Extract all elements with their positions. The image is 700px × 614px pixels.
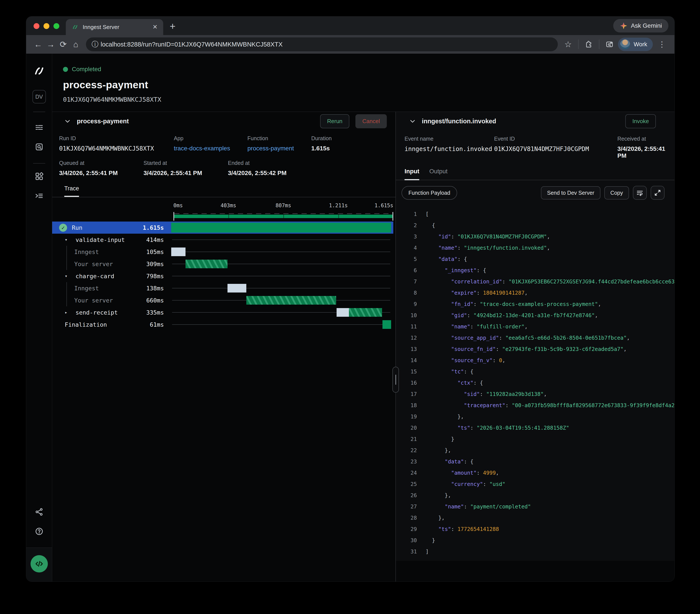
line-number: 10 xyxy=(396,312,417,319)
trace-row-send-receipt[interactable]: ▸send-receipt335ms xyxy=(52,306,393,319)
code-text: "ts": 1772654141288 xyxy=(426,526,499,532)
payload-code-editor[interactable]: 1[2 {3 "id": "01KJX6Q7V81N4DMZ7HFJ0CGPDM… xyxy=(396,204,674,561)
status-dot-icon xyxy=(63,67,68,72)
cancel-button[interactable]: Cancel xyxy=(355,114,387,128)
queued-at-label: Queued at xyxy=(59,160,143,166)
collapse-chevron-icon[interactable] xyxy=(409,118,416,124)
line-number: 14 xyxy=(396,357,417,363)
share-icon[interactable] xyxy=(32,505,46,519)
panel-resize-handle[interactable] xyxy=(392,367,399,393)
copy-button[interactable]: Copy xyxy=(604,186,629,200)
sidebar-item-dev-console[interactable] xyxy=(32,189,46,203)
new-tab-button[interactable]: + xyxy=(170,20,176,32)
window-zoom-button[interactable] xyxy=(53,23,59,29)
line-number: 1 xyxy=(396,211,417,217)
line-number: 28 xyxy=(396,515,417,521)
collapse-chevron-icon[interactable] xyxy=(64,118,71,124)
tab-close-icon[interactable]: ✕ xyxy=(153,24,158,30)
workspace-badge[interactable]: DV xyxy=(33,90,46,103)
trace-row-inngest[interactable]: Inngest138ms xyxy=(52,282,393,294)
site-info-icon[interactable]: ⓘ xyxy=(89,40,101,49)
tab-input[interactable]: Input xyxy=(404,168,419,180)
chevron-collapsed-icon[interactable]: ▸ xyxy=(65,310,70,315)
trace-row-baseline xyxy=(172,276,390,276)
bookmark-star-icon[interactable]: ☆ xyxy=(562,38,574,51)
trace-bar-segment xyxy=(171,222,391,233)
send-to-dev-server-button[interactable]: Send to Dev Server xyxy=(541,186,600,200)
line-number: 8 xyxy=(396,290,417,296)
trace-row-finalization[interactable]: Finalization61ms xyxy=(52,319,393,331)
function-link[interactable]: process-payment xyxy=(247,145,311,152)
trace-step-duration: 105ms xyxy=(146,248,171,255)
chevron-expanded-icon[interactable]: ▾ xyxy=(65,237,70,242)
code-text: }, xyxy=(426,447,451,453)
chevron-expanded-icon[interactable]: ▾ xyxy=(65,273,70,279)
code-text: "source_fn_v": 0, xyxy=(426,357,505,363)
line-number: 22 xyxy=(396,447,417,453)
expand-icon[interactable] xyxy=(651,186,664,200)
rerun-button[interactable]: Rerun xyxy=(320,114,349,128)
address-bar[interactable]: ⓘ localhost:8288/run?runID=01KJX6Q7W64NM… xyxy=(86,37,558,51)
trace-row-charge-card[interactable]: ▾charge-card798ms xyxy=(52,270,393,282)
trace-rows: ✓Run1.615s▾validate-input414msInngest105… xyxy=(52,221,393,331)
trace-step-name: charge-card xyxy=(76,273,141,280)
back-button[interactable]: ← xyxy=(32,38,45,51)
dev-tools-button[interactable] xyxy=(30,555,48,573)
trace-row-baseline xyxy=(172,324,390,325)
line-number: 3 xyxy=(396,233,417,240)
code-text: "ts": "2026-03-04T19:55:41.288158Z" xyxy=(426,425,569,431)
trace-row-baseline xyxy=(172,288,390,289)
ask-gemini-button[interactable]: Ask Gemini xyxy=(613,19,668,33)
line-number: 6 xyxy=(396,267,417,273)
toolbar-divider xyxy=(599,40,599,49)
browser-tab[interactable]: Inngest Server ✕ xyxy=(66,19,163,35)
trace-row-inngest[interactable]: Inngest105ms xyxy=(52,246,393,258)
forward-button[interactable]: → xyxy=(45,38,57,51)
code-line: 12 "source_app_id": "eea6afc5-e66d-5b26-… xyxy=(396,332,674,343)
indent-guide xyxy=(66,246,67,258)
tab-output[interactable]: Output xyxy=(429,168,447,180)
code-text: "amount": 4999, xyxy=(426,470,499,476)
sidebar-item-runs[interactable] xyxy=(32,120,46,135)
word-wrap-icon[interactable] xyxy=(633,186,647,200)
extensions-icon[interactable] xyxy=(583,38,595,51)
side-panel-search-icon[interactable] xyxy=(603,38,616,51)
code-line: 31] xyxy=(396,546,674,557)
home-button[interactable]: ⌂ xyxy=(70,38,82,51)
line-number: 23 xyxy=(396,458,417,465)
code-line: 5 "data": { xyxy=(396,253,674,265)
line-number: 26 xyxy=(396,492,417,498)
run-status: Completed xyxy=(72,66,101,73)
sidebar-item-apps[interactable] xyxy=(32,169,46,183)
browser-menu-icon[interactable]: ⋮ xyxy=(655,40,669,49)
minimap-end-handle[interactable] xyxy=(392,212,393,221)
window-close-button[interactable] xyxy=(34,23,39,29)
help-icon[interactable] xyxy=(32,524,46,538)
trace-step-name: Inngest xyxy=(74,248,146,255)
trace-step-name: Finalization xyxy=(65,321,150,328)
toolbar-divider xyxy=(578,40,578,49)
trace-row-run[interactable]: ✓Run1.615s xyxy=(52,221,393,234)
trace-row-your-server[interactable]: Your server660ms xyxy=(52,294,393,306)
trace-bar-lane xyxy=(171,319,391,331)
window-controls xyxy=(26,23,66,35)
payload-type-pill[interactable]: Function Payload xyxy=(401,186,457,200)
window-minimize-button[interactable] xyxy=(43,23,49,29)
code-line: 30 } xyxy=(396,535,674,546)
sidebar-item-events-search[interactable] xyxy=(32,140,46,154)
line-number: 2 xyxy=(396,222,417,229)
invoke-button[interactable]: Invoke xyxy=(625,114,656,128)
line-number: 7 xyxy=(396,279,417,285)
trace-row-your-server[interactable]: Your server309ms xyxy=(52,258,393,270)
timeline-minimap[interactable] xyxy=(173,212,393,221)
app-link[interactable]: trace-docs-examples xyxy=(174,145,247,152)
tab-trace[interactable]: Trace xyxy=(64,185,79,197)
browser-profile-button[interactable]: Work xyxy=(618,38,653,51)
trace-row-validate-input[interactable]: ▾validate-input414ms xyxy=(52,234,393,246)
trace-bar-segment xyxy=(186,260,227,268)
axis-tick: 807ms xyxy=(276,203,291,208)
code-text: "correlation_id": "01KJX6P53EB6C2752XGSE… xyxy=(426,279,674,285)
event-id-value: 01KJX6Q7V81N4DMZ7HFJ0CGPDM xyxy=(494,145,617,153)
reload-button[interactable]: ⟳ xyxy=(57,38,70,51)
code-line: 10 "gid": "4924bd12-13de-4201-a31e-fb7f4… xyxy=(396,310,674,321)
